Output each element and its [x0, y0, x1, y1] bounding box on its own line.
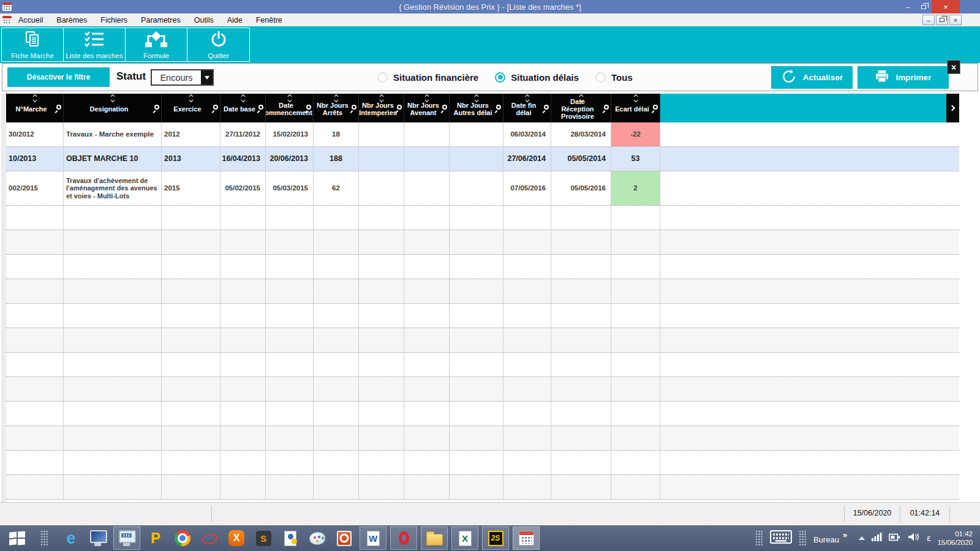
sort-indicator[interactable] [579, 95, 582, 102]
search-icon[interactable] [653, 105, 658, 110]
toolbar-expand-chevrons[interactable]: » [843, 530, 847, 539]
table-row[interactable]: 002/2015 Travaux d'achèvement de l'aména… [6, 171, 959, 206]
hdr-nbr-jours-arrets[interactable]: Nbr Jours Arrêts [314, 94, 359, 122]
table-row-empty[interactable] [6, 328, 959, 353]
table-row-empty[interactable] [6, 402, 959, 426]
tray-grip[interactable] [799, 530, 807, 546]
refresh-button[interactable]: Actualiser [771, 66, 853, 89]
hdr-nbr-jours-avenant[interactable]: Nbr Jours Avenant [404, 94, 450, 122]
menu-parametres[interactable]: Parametres [134, 16, 187, 24]
radio-situation-delais[interactable]: Situation délais [495, 72, 579, 83]
sort-indicator[interactable] [111, 95, 114, 102]
xampp-icon[interactable]: X [225, 527, 248, 550]
radio-tous[interactable]: Tous [595, 72, 633, 83]
table-row-empty[interactable] [6, 353, 959, 377]
sort-indicator[interactable] [634, 95, 637, 102]
table-row-empty[interactable] [6, 255, 959, 279]
mdi-restore-button[interactable] [936, 15, 948, 25]
close-filter-button[interactable]: × [947, 60, 960, 74]
start-button[interactable] [6, 527, 29, 550]
mdi-minimize-button[interactable]: – [922, 15, 935, 25]
search-icon[interactable] [352, 105, 356, 110]
print-button[interactable]: Imprimer [858, 66, 949, 89]
hdr-nbr-jours-autres-delai[interactable]: Nbr Jours Autres délai [450, 94, 503, 122]
search-icon[interactable] [56, 105, 61, 110]
desktop-toolbar-label[interactable]: Bureau [813, 535, 839, 544]
table-row-empty[interactable] [6, 304, 959, 328]
hdr-date-reception-provisoire[interactable]: Date Réception Provisoire [551, 94, 611, 122]
search-icon[interactable] [397, 105, 402, 110]
radio-circle-icon[interactable] [495, 72, 505, 83]
search-icon[interactable] [306, 105, 311, 110]
sort-indicator[interactable] [241, 95, 244, 102]
sort-indicator[interactable] [475, 95, 478, 102]
menu-outils[interactable]: Outils [187, 16, 221, 24]
remote-desktop-icon[interactable] [86, 527, 110, 550]
hdr-ecart-delai[interactable]: Ecart délai [611, 94, 660, 122]
hdr-designation[interactable]: Designation [64, 94, 162, 122]
hdr-nbr-jours-intemperies[interactable]: Nbr Jours Intemperies [359, 94, 404, 122]
search-icon[interactable] [154, 105, 159, 110]
word-icon[interactable]: W [360, 527, 386, 550]
menu-fenetre[interactable]: Fenêtre [249, 16, 289, 24]
mdi-close-button[interactable]: × [949, 15, 962, 25]
formule-button[interactable]: Formule [126, 28, 187, 61]
sort-indicator[interactable] [33, 95, 36, 102]
language-indicator[interactable]: ε [927, 533, 930, 543]
search-icon[interactable] [258, 105, 263, 110]
excel-icon[interactable]: X [451, 527, 478, 550]
powerpoint-icon[interactable] [333, 527, 356, 550]
sort-indicator[interactable] [189, 95, 192, 102]
menu-accueil[interactable]: Accueil [12, 16, 50, 24]
touch-keyboard-icon[interactable] [770, 530, 792, 546]
sort-indicator[interactable] [526, 95, 529, 102]
search-icon[interactable] [496, 105, 501, 110]
show-hidden-icons-button[interactable] [859, 536, 865, 540]
statut-select[interactable]: Encours [151, 69, 214, 86]
restore-button[interactable] [916, 0, 932, 13]
table-row-empty[interactable] [6, 206, 959, 230]
internet-explorer-icon[interactable]: e [59, 527, 83, 550]
menu-aide[interactable]: Aide [221, 16, 249, 24]
chrome-icon[interactable] [171, 527, 194, 550]
on-screen-keyboard-icon[interactable] [113, 527, 140, 550]
hdr-exercice[interactable]: Exercice [162, 94, 221, 122]
volume-icon[interactable] [907, 532, 920, 544]
table-row-empty[interactable] [6, 426, 959, 451]
paint-icon[interactable] [306, 527, 329, 550]
menu-fichiers[interactable]: Fichiers [94, 16, 134, 24]
fiche-marche-button[interactable]: Fiche Marche [2, 28, 64, 61]
minimize-button[interactable]: – [900, 0, 916, 13]
table-row-empty[interactable] [6, 279, 959, 304]
scroll-right-button[interactable] [946, 94, 959, 122]
table-row[interactable]: 30/2012 Travaux - Marche exemple 2012 27… [6, 122, 959, 147]
sort-indicator[interactable] [334, 95, 337, 102]
tray-clock[interactable]: 01:42 15/06/2020 [937, 530, 973, 547]
sort-indicator[interactable] [425, 95, 428, 102]
hdr-date-commencement[interactable]: Date Commencement [266, 94, 314, 122]
search-icon[interactable] [442, 105, 447, 110]
table-row-empty[interactable] [6, 230, 959, 255]
radio-circle-icon[interactable] [595, 72, 606, 83]
sort-indicator[interactable] [288, 95, 291, 102]
table-row-empty[interactable] [6, 451, 959, 475]
disable-filter-button[interactable]: Désactiver le filtre [7, 67, 110, 87]
hdr-date-base[interactable]: Date base [221, 94, 266, 122]
search-icon[interactable] [213, 105, 218, 110]
network-signal-icon[interactable] [872, 533, 882, 544]
search-icon[interactable] [604, 105, 609, 110]
table-row-empty[interactable] [6, 377, 959, 402]
hdr-n-marche[interactable]: N°Marche [6, 94, 64, 122]
sublime-text-icon[interactable]: S [252, 527, 275, 550]
sort-indicator[interactable] [380, 95, 383, 102]
battery-icon[interactable] [889, 533, 900, 544]
chevron-down-icon[interactable] [201, 70, 213, 84]
file-explorer-icon[interactable] [421, 527, 448, 550]
taskbar-grip[interactable] [32, 527, 56, 550]
close-button[interactable]: × [932, 0, 960, 13]
quitter-button[interactable]: Quitter [187, 28, 249, 61]
radio-situation-financiere[interactable]: Situation financière [377, 72, 478, 83]
opera-icon[interactable] [390, 527, 417, 550]
snipping-tool-icon[interactable]: ✂ [198, 527, 221, 550]
search-icon[interactable] [544, 105, 549, 110]
